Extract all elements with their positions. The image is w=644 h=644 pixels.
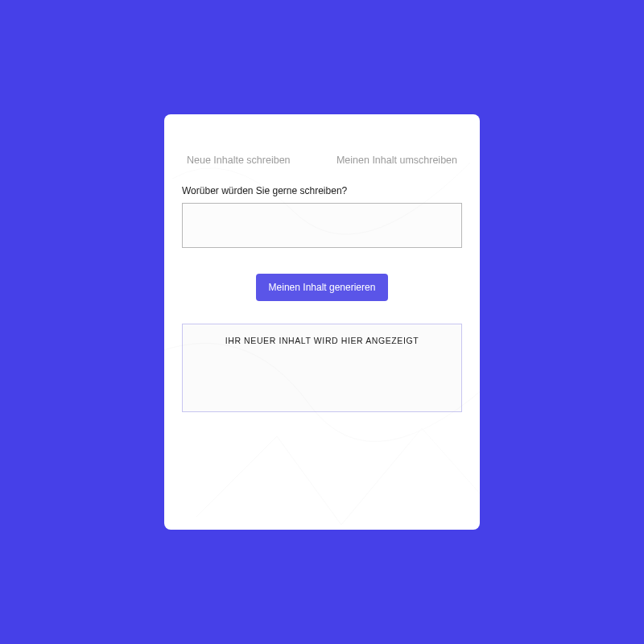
- tabs-row: Neue Inhalte schreiben Meinen Inhalt ums…: [182, 155, 462, 166]
- tab-rewrite[interactable]: Meinen Inhalt umschreiben: [336, 155, 457, 166]
- tab-write-new[interactable]: Neue Inhalte schreiben: [187, 155, 291, 166]
- output-box: IHR NEUER INHALT WIRD HIER ANGEZEIGT: [182, 324, 462, 412]
- generate-button[interactable]: Meinen Inhalt generieren: [256, 274, 389, 301]
- generate-row: Meinen Inhalt generieren: [182, 274, 462, 301]
- topic-input[interactable]: [182, 203, 462, 248]
- content-generator-card: Neue Inhalte schreiben Meinen Inhalt ums…: [164, 114, 480, 530]
- decorative-lines: [164, 114, 480, 530]
- prompt-label: Worüber würden Sie gerne schreiben?: [182, 185, 462, 196]
- output-placeholder: IHR NEUER INHALT WIRD HIER ANGEZEIGT: [192, 336, 452, 345]
